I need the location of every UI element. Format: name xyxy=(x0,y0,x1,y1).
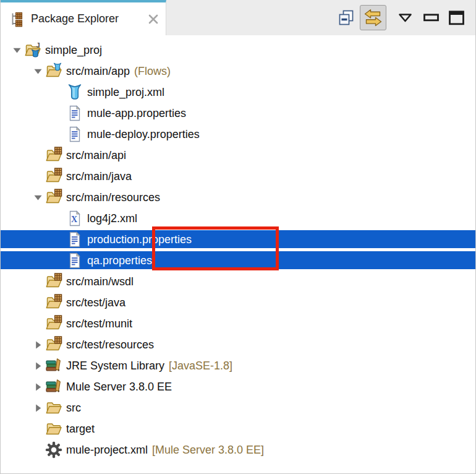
folder-icon xyxy=(45,420,62,437)
tree-item-label: mule-app.properties xyxy=(87,107,186,120)
tree-item-label: log4j2.xml xyxy=(87,212,137,225)
collapse-arrow-icon[interactable] xyxy=(30,403,45,413)
package-folder-icon xyxy=(45,168,62,185)
tree-item-label: mule-deploy.properties xyxy=(87,128,200,141)
package-folder-icon xyxy=(45,294,62,311)
tree-item-simple-proj-xml[interactable]: simple_proj.xml xyxy=(1,82,475,103)
collapse-all-button[interactable] xyxy=(337,9,355,27)
tree-item-label: src/main/wsdl xyxy=(66,275,134,288)
package-folder-icon xyxy=(45,189,62,206)
tree-item-label: src/test/munit xyxy=(66,317,132,330)
svg-text:J: J xyxy=(36,41,40,49)
project-tree: Jsimple_projsrc/main/app(Flows)simple_pr… xyxy=(1,35,475,460)
tree-item-jre-system-library[interactable]: JRE System Library[JavaSE-1.8] xyxy=(1,355,475,376)
tree-item-mule-deploy-properties[interactable]: mule-deploy.properties xyxy=(1,124,475,145)
tree-item-label: src/main/app xyxy=(66,65,130,78)
tree-item-qa-properties[interactable]: qa.properties xyxy=(1,250,475,271)
tab-package-explorer[interactable]: Package Explorer xyxy=(1,0,166,35)
tree-item-src-main-api[interactable]: src/main/api xyxy=(1,145,475,166)
expand-arrow-icon[interactable] xyxy=(30,193,45,202)
xml-file-icon: X xyxy=(66,210,83,227)
tree-item-label: JRE System Library xyxy=(66,360,164,373)
package-folder-icon xyxy=(45,147,62,164)
tree-item-label: target xyxy=(66,423,95,436)
properties-file-icon xyxy=(66,105,83,122)
tree-item-mule-server-3-8-0-ee[interactable]: Mule Server 3.8.0 EE xyxy=(1,376,475,397)
tree-item-decorator: (Flows) xyxy=(134,65,171,78)
view-tab-bar: Package Explorer xyxy=(1,0,475,35)
tree-item-label: simple_proj xyxy=(45,44,102,57)
tree-item-label: src/main/resources xyxy=(66,191,160,204)
tree-item-src-main-wsdl[interactable]: src/main/wsdl xyxy=(1,271,475,292)
properties-file-icon xyxy=(66,231,83,248)
collapse-arrow-icon[interactable] xyxy=(30,361,45,371)
link-with-editor-icon xyxy=(363,8,383,27)
tree-item-label: production.properties xyxy=(87,233,192,246)
tree-item-src-main-resources[interactable]: src/main/resources xyxy=(1,187,475,208)
maximize-button[interactable] xyxy=(449,11,464,25)
package-folder-icon xyxy=(45,336,62,353)
tab-title: Package Explorer xyxy=(31,12,119,25)
tree-item-log4j2-xml[interactable]: Xlog4j2.xml xyxy=(1,208,475,229)
tree-item-src-test-java[interactable]: src/test/java xyxy=(1,292,475,313)
tree-item-label: simple_proj.xml xyxy=(87,86,164,99)
tree-item-label: src/main/api xyxy=(66,149,126,162)
view-menu-button[interactable] xyxy=(398,13,412,23)
mule-config-icon xyxy=(66,84,83,101)
view-toolbar xyxy=(337,0,464,35)
package-folder-icon xyxy=(45,273,62,290)
tree-item-src-test-resources[interactable]: src/test/resources xyxy=(1,334,475,355)
tree-item-src[interactable]: src xyxy=(1,397,475,418)
folder-icon xyxy=(45,399,62,416)
tree-item-decorator: [JavaSE-1.8] xyxy=(169,360,232,373)
tree-item-label: src/test/resources xyxy=(66,338,154,351)
library-icon xyxy=(45,357,62,374)
properties-file-icon xyxy=(66,252,83,269)
tree-item-label: mule-project.xml xyxy=(66,444,148,457)
tree-item-src-test-munit[interactable]: src/test/munit xyxy=(1,313,475,334)
tree-item-src-main-java[interactable]: src/main/java xyxy=(1,166,475,187)
library-icon xyxy=(45,378,62,395)
minimize-icon xyxy=(423,14,439,22)
tree-item-label: src/main/java xyxy=(66,170,132,183)
tree-item-src-main-app[interactable]: src/main/app(Flows) xyxy=(1,61,475,82)
close-icon[interactable] xyxy=(147,13,159,25)
collapse-arrow-icon[interactable] xyxy=(30,382,45,392)
gear-icon xyxy=(45,441,62,459)
tree-item-decorator: [Mule Server 3.8.0 EE] xyxy=(152,444,264,457)
svg-text:X: X xyxy=(71,215,77,224)
tree-item-mule-app-properties[interactable]: mule-app.properties xyxy=(1,103,475,124)
flows-folder-icon xyxy=(45,62,62,80)
tree-item-simple-proj[interactable]: Jsimple_proj xyxy=(1,40,475,61)
tree-item-target[interactable]: target xyxy=(1,418,475,439)
package-explorer-view: Package Explorer Jsimple_projsrc/main/ap… xyxy=(0,0,476,474)
maximize-icon xyxy=(449,11,464,25)
view-menu-icon xyxy=(398,13,412,23)
properties-file-icon xyxy=(66,126,83,143)
tree-item-label: Mule Server 3.8.0 EE xyxy=(66,381,172,394)
minimize-button[interactable] xyxy=(423,14,439,22)
link-with-editor-button[interactable] xyxy=(360,5,386,30)
collapse-all-icon xyxy=(337,9,355,27)
expand-arrow-icon[interactable] xyxy=(30,67,45,76)
package-explorer-icon xyxy=(10,11,26,27)
tree-item-label: qa.properties xyxy=(87,254,152,267)
package-folder-icon xyxy=(45,315,62,332)
tree-item-label: src xyxy=(66,402,81,415)
tree-item-production-properties[interactable]: production.properties xyxy=(1,229,475,250)
tree-item-mule-project-xml[interactable]: mule-project.xml[Mule Server 3.8.0 EE] xyxy=(1,439,475,460)
expand-arrow-icon[interactable] xyxy=(9,46,24,55)
mule-project-icon: J xyxy=(24,41,41,59)
collapse-arrow-icon[interactable] xyxy=(30,340,45,350)
tree-item-label: src/test/java xyxy=(66,296,125,309)
